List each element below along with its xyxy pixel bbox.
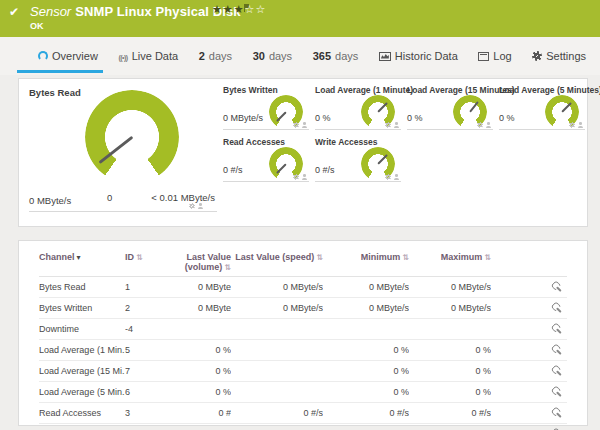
gauge-bytes-written: Bytes Written0 MByte/s [221,83,311,133]
column-header-actions [491,245,567,277]
wrench-icon[interactable] [552,324,561,333]
table-row-load-average-5-min[interactable]: Load Average (5 Min...60 %0 %0 % [39,382,567,403]
channel: Load Average (5 Min... [39,382,125,403]
table-row-read-accesses[interactable]: Read Accesses30 #0 #/s0 #/s0 #/s [39,403,567,424]
wrench-icon[interactable] [552,345,561,354]
maximum: 0 % [409,361,491,382]
gear-icon[interactable] [293,122,299,128]
tab-365-days[interactable]: 365days [313,50,359,62]
last-value-volume: 0 % [167,382,231,403]
table-row-load-average-1-min[interactable]: Load Average (1 Min...50 %0 %0 % [39,340,567,361]
column-header-channel[interactable]: Channel▾ [39,245,125,277]
gear-icon[interactable] [385,174,391,180]
gear-icon[interactable] [477,122,483,128]
historic-icon [379,52,391,61]
maximum: 0 % [409,382,491,403]
gauge-value: 0 #/s [223,165,243,175]
table-row-write-accesses[interactable]: Write Accesses40 #0 #/s0 #/s0 #/s [39,424,567,430]
gauge-label: Read Accesses [223,137,285,147]
gauge-value: 0 % [407,113,423,123]
minimum: 0 MByte/s [323,277,409,298]
tab-label: Overview [52,50,98,62]
divider [407,129,493,130]
column-label: Channel [39,252,75,262]
last-value-speed [231,319,323,340]
id-value: 1 [125,277,167,298]
channel: Bytes Written [39,298,125,319]
minimum [323,319,409,340]
last-value-volume: 0 # [167,403,231,424]
tab-live-data[interactable]: Live Data [118,50,178,62]
priority-stars[interactable]: ★★★☆☆ [212,3,266,16]
last-value-speed: 0 MByte/s [231,298,323,319]
table-row-bytes-written[interactable]: Bytes Written20 MByte0 MByte/s0 MByte/s0… [39,298,567,319]
channel: Load Average (15 Mi... [39,361,125,382]
tab-log[interactable]: Log [478,50,511,62]
gear-icon[interactable] [569,122,575,128]
last-value-speed: 0 MByte/s [231,277,323,298]
tab-label: days [269,50,292,62]
divider [499,129,585,130]
id-value: -4 [125,319,167,340]
table-row-downtime[interactable]: Downtime-4 [39,319,567,340]
user-icon[interactable] [198,203,203,209]
tab-overview[interactable]: Overview [38,50,98,62]
maximum [409,319,491,340]
column-header-maximum[interactable]: Maximum⇅ [409,245,491,277]
column-label: ID [125,252,134,262]
wrench-icon[interactable] [552,408,561,417]
column-header-minimum[interactable]: Minimum⇅ [323,245,409,277]
channel: Write Accesses [39,424,125,430]
last-value-speed [231,361,323,382]
wrench-icon[interactable] [552,387,561,396]
user-icon[interactable] [486,122,491,128]
user-icon[interactable] [394,174,399,180]
maximum: 0 #/s [409,424,491,430]
id-value: 7 [125,361,167,382]
tab-2-days[interactable]: 2days [199,50,232,62]
gauge-actions [293,174,307,180]
tab-historic-data[interactable]: Historic Data [379,50,458,62]
last-value-volume: 0 % [167,340,231,361]
prtg-sensor-overview-screen: ✔ SensorSNMP Linux Physical Disk ★★★☆☆ O… [0,0,600,430]
wrench-icon[interactable] [552,366,561,375]
tab-30-days[interactable]: 30days [253,50,293,62]
column-label: Last Value (speed) [235,252,314,262]
primary-gauge-value: 0 MByte/s [29,195,71,206]
table-row-load-average-15-mi[interactable]: Load Average (15 Mi...70 %0 %0 % [39,361,567,382]
gauge-actions [385,174,399,180]
tab-settings[interactable]: Settings [532,50,586,62]
table-header-row: Channel▾ID⇅Last Value (volume)⇅Last Valu… [39,245,567,277]
sort-desc-icon: ▾ [77,253,81,262]
tab-label: days [335,50,358,62]
last-value-volume: 0 MByte [167,298,231,319]
tab-bar: OverviewLive Data2days30days365daysHisto… [0,37,600,75]
wrench-icon[interactable] [552,282,561,291]
gauge-load-average-1-minute: Load Average (1 Minute)0 % [313,83,403,133]
sensor-header-bar: ✔ SensorSNMP Linux Physical Disk ★★★☆☆ O… [0,0,600,37]
gauge-icon [38,51,48,61]
gauge-label: Bytes Written [223,85,278,95]
row-actions [491,319,567,340]
gear-icon[interactable] [293,174,299,180]
table-row-bytes-read[interactable]: Bytes Read10 MByte0 MByte/s0 MByte/s0 MB… [39,277,567,298]
divider [223,129,309,130]
gear-icon[interactable] [385,122,391,128]
user-icon[interactable] [302,122,307,128]
column-header-last-value-volume[interactable]: Last Value (volume)⇅ [167,245,231,277]
gear-icon[interactable] [189,203,195,209]
gauge-actions [293,122,307,128]
column-header-last-value-speed[interactable]: Last Value (speed)⇅ [231,245,323,277]
column-header-id[interactable]: ID⇅ [125,245,167,277]
user-icon[interactable] [302,174,307,180]
row-actions [491,361,567,382]
stars-filled: ★★★ [212,3,245,15]
user-icon[interactable] [578,122,583,128]
tab-label: Settings [546,50,586,62]
user-icon[interactable] [394,122,399,128]
sort-icon: ⇅ [402,253,409,262]
wrench-icon[interactable] [552,303,561,312]
last-value-volume: 0 % [167,361,231,382]
id-value: 4 [125,424,167,430]
gauge-value: 0 % [315,113,331,123]
